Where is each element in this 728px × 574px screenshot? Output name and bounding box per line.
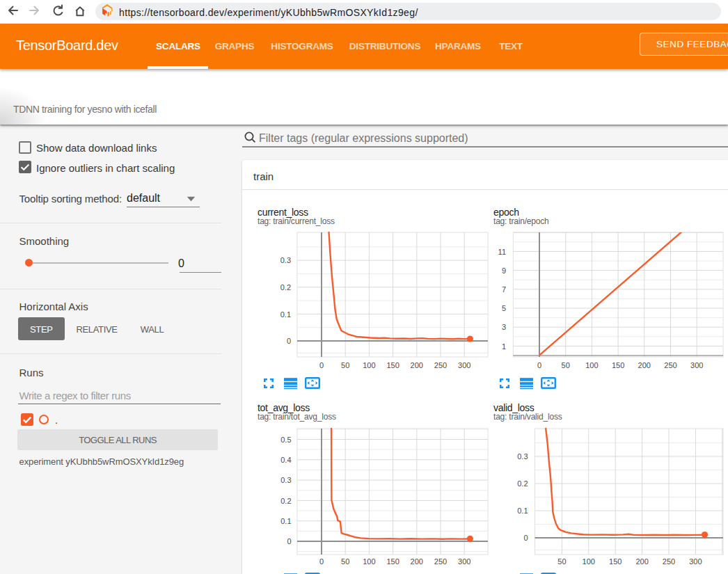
svg-text:0.2: 0.2 xyxy=(280,497,291,505)
svg-text:100: 100 xyxy=(363,557,375,566)
svg-text:0: 0 xyxy=(319,557,324,566)
svg-text:0.1: 0.1 xyxy=(517,507,528,515)
svg-text:1: 1 xyxy=(502,342,506,351)
svg-text:50: 50 xyxy=(341,361,349,369)
svg-text:0.1: 0.1 xyxy=(280,310,291,319)
svg-text:0.2: 0.2 xyxy=(280,283,291,292)
svg-text:0.2: 0.2 xyxy=(517,479,528,488)
svg-text:150: 150 xyxy=(609,557,622,566)
svg-text:0.3: 0.3 xyxy=(280,256,291,264)
svg-text:0: 0 xyxy=(287,537,291,545)
svg-text:100: 100 xyxy=(585,361,598,369)
svg-text:50: 50 xyxy=(557,557,566,566)
svg-text:250: 250 xyxy=(434,557,447,566)
svg-text:0: 0 xyxy=(319,361,324,369)
svg-text:150: 150 xyxy=(386,557,399,566)
svg-text:50: 50 xyxy=(562,361,570,369)
svg-text:0.4: 0.4 xyxy=(280,456,291,464)
svg-text:0: 0 xyxy=(523,534,528,542)
svg-text:200: 200 xyxy=(635,557,648,566)
svg-text:0.3: 0.3 xyxy=(280,476,291,484)
svg-text:3: 3 xyxy=(502,323,506,331)
svg-text:200: 200 xyxy=(411,361,423,369)
svg-text:100: 100 xyxy=(583,557,595,566)
svg-text:0: 0 xyxy=(537,361,541,369)
svg-text:200: 200 xyxy=(638,361,651,369)
svg-text:100: 100 xyxy=(363,361,375,369)
svg-text:250: 250 xyxy=(664,361,676,369)
svg-text:11: 11 xyxy=(498,248,506,256)
svg-text:150: 150 xyxy=(386,361,399,369)
svg-text:7: 7 xyxy=(502,285,506,294)
svg-text:0.3: 0.3 xyxy=(517,452,528,461)
svg-text:0.1: 0.1 xyxy=(280,517,291,525)
svg-text:250: 250 xyxy=(663,557,675,566)
svg-text:150: 150 xyxy=(612,361,624,369)
svg-text:300: 300 xyxy=(458,361,470,369)
svg-text:5: 5 xyxy=(502,304,506,312)
svg-text:200: 200 xyxy=(411,557,423,566)
svg-text:0.5: 0.5 xyxy=(280,436,291,444)
svg-text:250: 250 xyxy=(434,361,447,369)
svg-text:300: 300 xyxy=(690,361,703,369)
svg-text:9: 9 xyxy=(502,266,506,275)
svg-text:300: 300 xyxy=(689,557,702,566)
svg-text:0: 0 xyxy=(287,337,291,345)
svg-text:50: 50 xyxy=(341,557,349,566)
svg-text:300: 300 xyxy=(458,557,470,566)
